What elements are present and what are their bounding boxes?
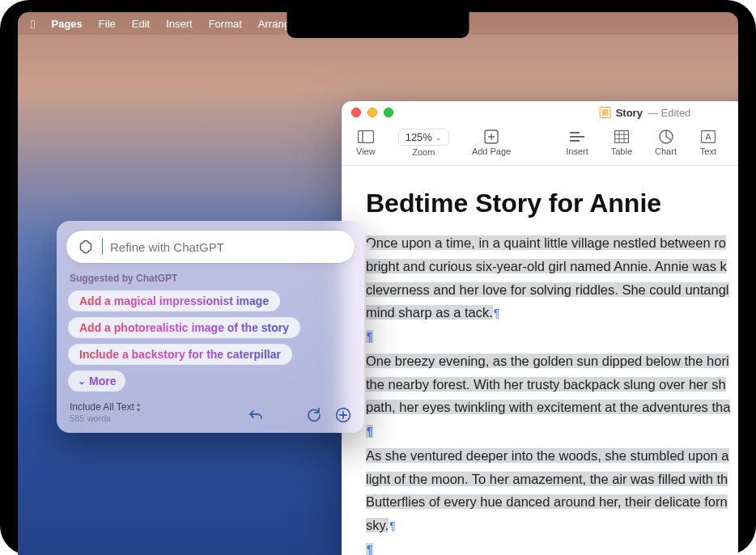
toolbar-chart-button[interactable]: Chart [647,127,685,159]
window-controls [351,108,393,117]
selected-text: One breezy evening, as the golden sun di… [366,354,729,368]
paragraph-mark-icon: ¶ [366,330,373,343]
refine-input-row[interactable] [66,231,355,263]
include-scope-selector[interactable]: Include All Text ▴▾ [70,401,140,413]
add-button[interactable] [335,407,351,423]
refine-input[interactable] [110,240,343,254]
document-name: Story [616,107,643,119]
selected-text: As she ventured deeper into the woods, s… [366,448,729,463]
document-icon [600,107,611,118]
svg-rect-5 [570,136,584,138]
menu-insert[interactable]: Insert [166,18,193,30]
menu-format[interactable]: Format [209,18,242,30]
document-body[interactable]: Once upon a time, in a quaint little vil… [342,233,738,555]
suggestion-chip[interactable]: Add a photorealistic image of the story [68,317,300,338]
svg-text:A: A [705,132,711,142]
menu-app-name[interactable]: Pages [51,18,82,30]
selected-text: path, her eyes twinkling with excitement… [366,400,730,414]
selected-text: mind sharp as a tack. [366,305,493,320]
undo-button[interactable] [248,407,264,423]
pages-toolbar: View 125% ⌄ Zoom Add Page [342,124,738,166]
refine-panel: Suggested by ChatGPT Add a magical impre… [57,221,364,433]
text-cursor [102,239,103,255]
svg-rect-8 [614,131,628,143]
pages-window: Story — Edited View 125% ⌄ [342,101,738,555]
sidebar-icon [357,129,375,145]
toolbar-table-button[interactable]: Table [603,127,640,159]
toolbar-chart-label: Chart [655,146,677,156]
updown-icon: ▴▾ [137,401,140,413]
close-button[interactable] [351,108,361,117]
refine-footer: Include All Text ▴▾ 585 words [66,392,355,425]
plus-square-icon [482,129,500,145]
chatgpt-icon [78,239,94,255]
zoom-value: 125% [406,131,432,143]
paragraph-mark-icon: ¶ [366,425,373,438]
text-icon: A [699,129,717,145]
chevron-down-icon: ⌄ [435,133,442,142]
toolbar-text-label: Text [700,146,716,156]
svg-rect-6 [570,132,580,133]
suggestion-list: Add a magical impressionist image Add a … [66,290,355,392]
selected-text: light of the moon. To her amazement, the… [366,472,728,486]
toolbar-add-page-button[interactable]: Add Page [464,127,519,159]
toolbar-zoom-label: Zoom [412,147,435,157]
redo-button[interactable] [277,407,293,423]
toolbar-add-page-label: Add Page [472,146,511,156]
toolbar-view-label: View [356,146,376,156]
menu-edit[interactable]: Edit [132,18,150,30]
word-count-label: 585 words [70,413,140,423]
selected-text: cleverness and her love for solving ridd… [366,282,729,297]
selected-text: bright and curious six-year-old girl nam… [366,259,727,273]
selected-text: Butterflies of every hue danced around h… [366,494,728,509]
laptop-frame:  Pages File Edit Insert Format Arrange … [0,0,756,555]
apple-menu-icon[interactable]:  [31,17,35,31]
document-heading[interactable]: Bedtime Story for Annie [342,166,738,233]
toolbar-zoom-control[interactable]: 125% ⌄ Zoom [390,127,457,159]
window-titlebar: Story — Edited [342,101,738,124]
toolbar-text-button[interactable]: A Text [691,127,725,159]
menu-file[interactable]: File [99,18,116,30]
selected-text: the nearby forest. With her trusty backp… [366,377,726,392]
selected-text: sky. [366,518,389,532]
toolbar-table-label: Table [611,146,632,156]
svg-rect-7 [570,140,580,142]
window-title: Story — Edited [600,107,691,119]
toolbar-insert-label: Insert [566,146,588,156]
display-notch [287,12,469,38]
toolbar-view-button[interactable]: View [348,127,384,159]
svg-rect-0 [358,131,373,143]
selected-text: Once upon a time, in a quaint little vil… [366,235,726,250]
desktop:  Pages File Edit Insert Format Arrange … [18,12,738,555]
more-suggestions-button[interactable]: ⌄ More [68,371,125,392]
minimize-button[interactable] [367,108,377,117]
fullscreen-button[interactable] [384,108,393,117]
toolbar-insert-button[interactable]: Insert [558,127,597,159]
paragraph-mark-icon: ¶ [389,519,396,532]
chart-icon [657,129,675,145]
insert-icon [568,129,586,145]
suggestion-chip[interactable]: Add a magical impressionist image [68,290,280,311]
paragraph-mark-icon: ¶ [366,543,373,555]
suggested-by-label: Suggested by ChatGPT [66,263,355,290]
chevron-down-icon: ⌄ [78,375,86,387]
toolbar-shape-button[interactable]: Shape [732,127,738,159]
document-edited-label: — Edited [648,107,690,119]
paragraph-mark-icon: ¶ [493,307,500,320]
suggestion-chip[interactable]: Include a backstory for the caterpillar [68,344,292,365]
table-icon [613,129,631,145]
refresh-button[interactable] [306,407,322,423]
